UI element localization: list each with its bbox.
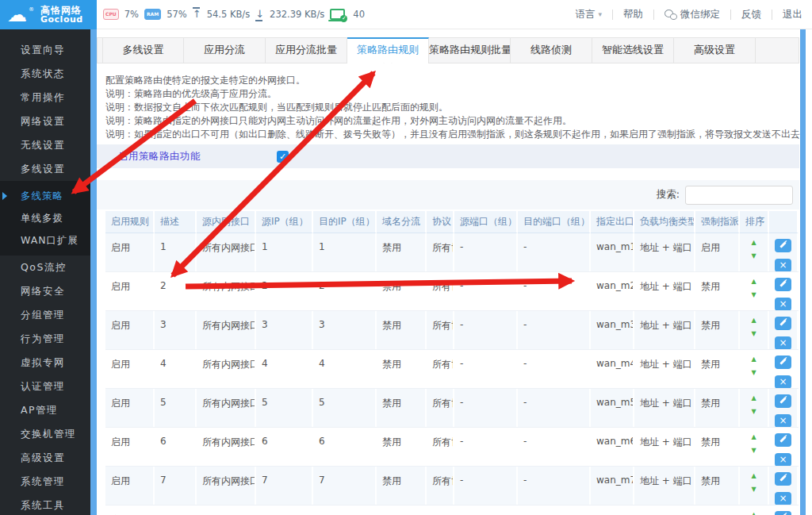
sidebar-item-行为管理[interactable]: 行为管理 — [0, 327, 90, 351]
move-up-icon[interactable]: ▲ — [751, 434, 756, 440]
sidebar-item-AP管理[interactable]: AP管理 — [0, 398, 90, 422]
cell: 8 — [155, 505, 197, 515]
move-up-icon[interactable]: ▲ — [751, 512, 756, 515]
tab-高级设置[interactable]: 高级设置 — [674, 38, 756, 63]
main-content: 多线设置应用分流应用分流批量策略路由规则策略路由规则批量线路侦测智能选线设置高级… — [97, 29, 800, 515]
sidebar-item-网络安全[interactable]: 网络安全 — [0, 279, 90, 303]
delete-row-button[interactable]: × — [775, 453, 791, 466]
cell: 启用 — [105, 389, 155, 427]
edit-row-button[interactable] — [775, 394, 791, 408]
language-menu[interactable]: 语言 ▾ — [575, 8, 602, 21]
column-header-actions — [769, 211, 799, 233]
tab-智能选线设置[interactable]: 智能选线设置 — [592, 38, 674, 63]
sidebar-item-设置向导[interactable]: 设置向导 — [0, 38, 90, 62]
tab-应用分流批量[interactable]: 应用分流批量 — [266, 38, 347, 63]
sidebar-item-分组管理[interactable]: 分组管理 — [0, 303, 90, 327]
move-up-icon[interactable]: ▲ — [751, 395, 756, 402]
online-devices-icon: ✓ — [330, 9, 345, 20]
download-icon: ↓ — [255, 8, 264, 21]
cell: 所有协议 — [427, 311, 454, 349]
cpu-icon: CPU — [103, 9, 119, 20]
page-scrollbar[interactable] — [800, 29, 806, 515]
sidebar-item-多线设置[interactable]: 多线设置 — [0, 157, 90, 181]
move-up-icon[interactable]: ▲ — [751, 473, 756, 479]
logo-title: 高恪网络 — [40, 6, 83, 15]
sidebar-scrollbar[interactable] — [90, 29, 97, 515]
cell: 1 — [313, 233, 377, 271]
sidebar-item-无线设置[interactable]: 无线设置 — [0, 133, 90, 157]
pencil-icon — [779, 436, 786, 442]
delete-row-button[interactable]: × — [775, 298, 791, 310]
table-row: 启用5所有内网接口55禁用所有协议--wan_m5地址 + 端口禁用▲▼× — [105, 389, 799, 428]
delete-row-button[interactable]: × — [775, 414, 791, 427]
edit-row-button[interactable] — [775, 278, 791, 291]
search-input[interactable] — [685, 186, 793, 205]
edit-row-button[interactable] — [775, 356, 791, 369]
sidebar-item-系统工具[interactable]: 系统工具 — [0, 494, 90, 515]
tab-策略路由规则[interactable]: 策略路由规则 — [347, 37, 429, 63]
tab-多线设置[interactable]: 多线设置 — [102, 38, 184, 63]
delete-row-button[interactable]: × — [775, 492, 791, 505]
ram-usage: 57% — [167, 9, 187, 20]
cell: 5 — [155, 389, 197, 427]
help-link[interactable]: 帮助 — [623, 8, 643, 21]
sort-cell: ▲▼ — [740, 428, 769, 466]
sidebar-item-网络设置[interactable]: 网络设置 — [0, 110, 90, 133]
move-up-icon[interactable]: ▲ — [751, 279, 756, 285]
cell: - — [518, 505, 591, 515]
cell: wan_m1 — [591, 233, 634, 271]
actions-cell: × — [769, 311, 799, 349]
search-label: 搜索: — [657, 188, 680, 202]
upload-speed: 54.5 KB/s — [207, 9, 251, 20]
edit-row-button[interactable] — [775, 239, 791, 252]
move-up-icon[interactable]: ▲ — [751, 317, 756, 324]
edit-row-button[interactable] — [775, 433, 791, 447]
cell: 3 — [155, 311, 197, 349]
edit-row-button[interactable] — [775, 317, 791, 330]
tab-应用分流[interactable]: 应用分流 — [184, 38, 266, 63]
cell: 地址 + 端口 — [634, 311, 695, 349]
sidebar-item-交换机管理[interactable]: 交换机管理 — [0, 422, 90, 446]
tab-策略路由规则批量[interactable]: 策略路由规则批量 — [429, 38, 511, 63]
move-down-icon[interactable]: ▼ — [751, 331, 756, 337]
sidebar-item-认证管理[interactable]: 认证管理 — [0, 375, 90, 398]
cell: 所有协议 — [427, 233, 454, 271]
enable-policy-row: 启用策略路由功能 ✓ — [97, 144, 799, 168]
chevron-down-icon: ▾ — [598, 10, 602, 18]
tab-线路侦测[interactable]: 线路侦测 — [511, 38, 592, 63]
cell: 1 — [155, 233, 197, 271]
delete-row-button[interactable]: × — [775, 336, 791, 349]
column-header-域名分流: 域名分流 — [377, 211, 427, 233]
sidebar-item-多线策略[interactable]: 多线策略 — [0, 185, 90, 207]
delete-row-button[interactable]: × — [775, 259, 791, 271]
sidebar-item-WAN口扩展[interactable]: WAN口扩展 — [0, 229, 90, 252]
sidebar-item-虚拟专网[interactable]: 虚拟专网 — [0, 351, 90, 375]
cell: 禁用 — [695, 311, 740, 349]
enable-policy-checkbox[interactable]: ✓ — [277, 151, 289, 163]
cell: 所有协议 — [427, 428, 454, 466]
edit-row-button[interactable] — [775, 511, 791, 515]
delete-row-button[interactable]: × — [775, 375, 791, 388]
move-down-icon[interactable]: ▼ — [751, 370, 756, 376]
move-down-icon[interactable]: ▼ — [751, 409, 756, 415]
move-down-icon[interactable]: ▼ — [751, 253, 756, 259]
move-down-icon[interactable]: ▼ — [751, 486, 756, 493]
move-up-icon[interactable]: ▲ — [751, 240, 756, 246]
logout-link[interactable]: 退出 — [783, 8, 802, 21]
wechat-icon — [665, 10, 677, 20]
sidebar-item-QoS流控[interactable]: QoS流控 — [0, 256, 90, 279]
move-down-icon[interactable]: ▼ — [751, 448, 756, 454]
move-down-icon[interactable]: ▼ — [751, 292, 756, 298]
wechat-bind-link[interactable]: 微信绑定 — [665, 8, 720, 21]
sidebar-item-系统状态[interactable]: 系统状态 — [0, 62, 90, 86]
table-row: 启用7所有内网接口77禁用所有协议--wan_m7地址 + 端口禁用▲▼× — [105, 467, 799, 505]
sidebar-item-系统管理[interactable]: 系统管理 — [0, 470, 90, 494]
sidebar-item-高级设置[interactable]: 高级设置 — [0, 446, 90, 470]
cell: 所有内网接口 — [197, 505, 256, 515]
cell: 启用 — [105, 233, 155, 271]
feedback-link[interactable]: 反馈 — [741, 8, 761, 21]
move-up-icon[interactable]: ▲ — [751, 356, 756, 363]
sidebar-item-常用操作[interactable]: 常用操作 — [0, 86, 90, 110]
sidebar-item-单线多拨[interactable]: 单线多拨 — [0, 207, 90, 229]
edit-row-button[interactable] — [775, 472, 791, 486]
